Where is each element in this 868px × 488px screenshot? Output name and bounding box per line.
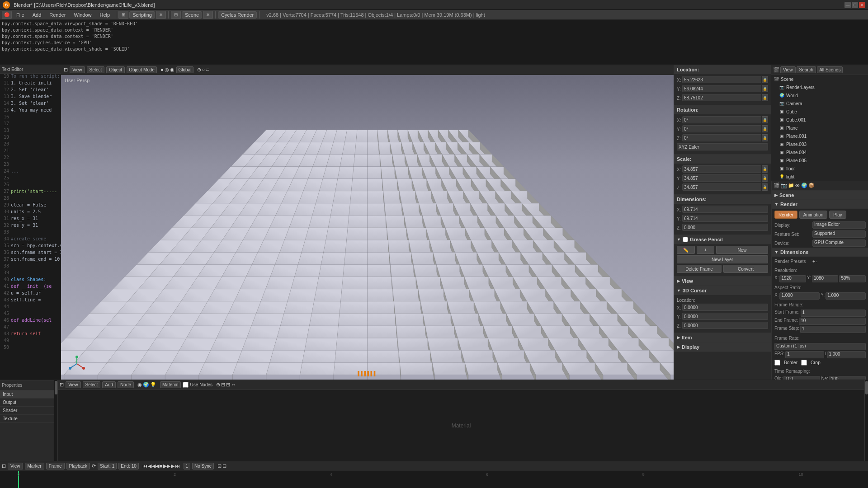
play-back-btn[interactable]: ◀◀ (152, 463, 159, 469)
window-menu[interactable]: Window (70, 11, 95, 19)
output-tab[interactable]: Output (0, 399, 54, 407)
node-view-btn[interactable]: View (66, 381, 81, 388)
outline-item-cube[interactable]: ▣Cube (771, 108, 868, 116)
timeline-icon[interactable]: ⊡ (2, 463, 6, 469)
display-dropdown[interactable]: Image Editor (812, 221, 866, 229)
node-node-btn[interactable]: Node (118, 381, 134, 388)
node-world-type-btn[interactable]: 🌍 (143, 382, 149, 388)
viewport-icon-btn[interactable]: ⊡ (64, 67, 68, 73)
texture-tab[interactable]: Texture (0, 415, 54, 423)
outline-scenes-select[interactable]: All Scenes (817, 66, 843, 73)
grease-pencil-header[interactable]: ▼ Grease Pencil (674, 235, 771, 244)
node-canvas[interactable]: Material (58, 390, 864, 461)
workspace-add-btn[interactable]: ✕ (156, 11, 166, 19)
blender-icon-btn[interactable]: 🔴 (2, 11, 12, 19)
left-scrollbar-thumb[interactable] (55, 381, 57, 394)
viewport-view-btn[interactable]: View (70, 66, 85, 73)
dim-z-input[interactable]: 0.000 (682, 224, 768, 231)
timeline-view-btn[interactable]: View (8, 463, 23, 469)
tl-extra-btn1[interactable]: ⊡ (217, 463, 222, 469)
play-forward-btn[interactable]: ▶▶ (163, 463, 170, 469)
outline-item-plane[interactable]: ▣Plane (771, 124, 868, 132)
viewport-select-btn[interactable]: Select (87, 66, 105, 73)
node-add-btn[interactable]: Add (102, 381, 116, 388)
snap-btn[interactable]: ⊕ (197, 67, 201, 73)
gp-new-layer-btn[interactable]: New Layer (677, 255, 768, 263)
location-x-lock[interactable]: 🔒 (762, 76, 768, 83)
render-object-icon[interactable]: 📦 (808, 183, 815, 188)
frame-rate-dropdown[interactable]: Custom (1 fps) (774, 343, 866, 350)
current-frame-display[interactable]: 1 (184, 463, 191, 469)
cursor-z-input[interactable]: 0.0000 (682, 322, 768, 329)
outline-icon[interactable]: 🎬 (773, 67, 779, 73)
animation-btn[interactable]: Animation (799, 211, 827, 219)
gp-delete-frame-btn[interactable]: Delete Frame (677, 265, 722, 273)
node-extra-btn4[interactable]: ↔ (231, 382, 236, 388)
render-presets-add[interactable]: + (812, 259, 815, 264)
rotation-x-input[interactable]: 0° (682, 116, 761, 123)
timeline-track[interactable]: 0246810 (0, 471, 868, 488)
location-z-input[interactable]: 68.75102 (682, 94, 761, 101)
scale-x-input[interactable]: 34.857 (682, 165, 761, 173)
input-tab[interactable]: Input (0, 390, 54, 399)
location-y-input[interactable]: 56.08244 (682, 85, 761, 92)
outline-view-btn[interactable]: View (780, 66, 796, 73)
minimize-button[interactable]: — (844, 2, 851, 8)
render-btn[interactable]: Render (774, 211, 797, 219)
render-scene-icon[interactable]: 🎬 (774, 183, 780, 188)
render-render-icon[interactable]: 📷 (781, 183, 787, 188)
rotation-y-lock[interactable]: 🔒 (762, 125, 768, 132)
res-pct-input[interactable]: 50% (839, 275, 866, 282)
fps-input[interactable]: 1 (785, 351, 824, 358)
cursor-y-input[interactable]: 0.0000 (682, 313, 768, 320)
use-nodes-checkbox[interactable] (183, 382, 189, 388)
crop-checkbox[interactable] (801, 360, 807, 366)
stop-btn[interactable]: ■ (160, 463, 163, 469)
scale-y-lock[interactable]: 🔒 (762, 174, 768, 182)
outline-item-cube-001[interactable]: ▣Cube.001 (771, 116, 868, 124)
rotation-z-input[interactable]: 0° (682, 134, 761, 141)
scene-section-header[interactable]: ▶ Scene (772, 191, 868, 200)
timeline-playback-btn[interactable]: Playback (66, 463, 90, 469)
dim-x-input[interactable]: 69.714 (682, 206, 768, 213)
outline-search-btn[interactable]: Search (797, 66, 816, 73)
rotation-x-lock[interactable]: 🔒 (762, 116, 768, 123)
file-menu[interactable]: File (13, 11, 28, 19)
location-y-lock[interactable]: 🔒 (762, 85, 768, 92)
item-header[interactable]: ▶ Item (674, 333, 771, 342)
wire-shading-btn[interactable]: ◎ (165, 67, 169, 73)
help-menu[interactable]: Help (96, 11, 114, 19)
scale-x-lock[interactable]: 🔒 (762, 165, 768, 173)
gp-new-btn[interactable]: New (716, 246, 768, 254)
scene-selector[interactable]: Scene (182, 11, 202, 19)
scene-close-btn[interactable]: ✕ (203, 11, 213, 19)
mirror-btn[interactable]: ⊂ (205, 67, 209, 73)
end-frame-input[interactable]: 10 (799, 318, 866, 325)
scale-z-input[interactable]: 34.857 (682, 183, 761, 191)
node-select-btn[interactable]: Select (83, 381, 101, 388)
outline-item-plane-001[interactable]: ▣Plane.001 (771, 132, 868, 140)
view-icon-btn[interactable]: ⊞ (118, 11, 128, 19)
viewport-object-btn[interactable]: Object (106, 66, 125, 73)
res-x-input[interactable]: 1920 (779, 275, 806, 282)
maximize-button[interactable]: □ (852, 2, 858, 8)
start-frame-display[interactable]: Start: 1 (98, 463, 117, 469)
dim-y-input[interactable]: 69.714 (682, 215, 768, 222)
render-world-icon[interactable]: 🌍 (801, 183, 807, 188)
dimensions-section-header[interactable]: ▼ Dimensions (772, 248, 868, 257)
render-menu[interactable]: Render (46, 11, 69, 19)
timeline-frame-btn[interactable]: Frame (46, 463, 65, 469)
rotation-y-input[interactable]: 0° (682, 125, 761, 132)
border-checkbox[interactable] (774, 360, 780, 366)
outline-item-scene[interactable]: 🎬Scene (771, 75, 868, 83)
node-editor-icon[interactable]: ⊡ (60, 382, 64, 388)
outline-item-plane-003[interactable]: ▣Plane.003 (771, 140, 868, 148)
outline-item-floor[interactable]: ▣floor (771, 164, 868, 173)
outline-item-camera[interactable]: 📷Camera (771, 99, 868, 108)
outline-item-plane-004[interactable]: ▣Plane.004 (771, 148, 868, 156)
render-view-icon[interactable]: 👁 (795, 183, 800, 188)
viewport-canvas[interactable]: User Persp ▌▌▌▌▌▌ (61, 75, 674, 380)
outline-item-light[interactable]: 💡light (771, 173, 868, 181)
transform-space-select[interactable]: Global (176, 66, 194, 73)
render-presets-remove[interactable]: - (816, 259, 817, 264)
